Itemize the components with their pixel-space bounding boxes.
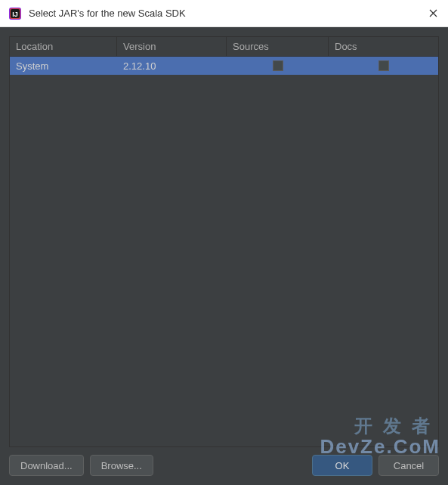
sources-checkbox[interactable] — [273, 60, 283, 71]
table-header: Location Version Sources Docs — [10, 37, 438, 57]
header-sources[interactable]: Sources — [227, 37, 329, 56]
button-bar: Download... Browse... OK Cancel — [9, 447, 439, 476]
cell-version: 2.12.10 — [117, 57, 227, 75]
cell-docs — [329, 57, 438, 75]
header-version[interactable]: Version — [117, 37, 227, 56]
jar-table: Location Version Sources Docs System 2.1… — [9, 36, 439, 447]
svg-text:IJ: IJ — [12, 11, 18, 18]
browse-button[interactable]: Browse... — [90, 455, 153, 476]
ok-button[interactable]: OK — [312, 455, 372, 476]
app-icon: IJ — [8, 6, 23, 21]
cell-location: System — [10, 57, 117, 75]
dialog-body: Location Version Sources Docs System 2.1… — [0, 27, 448, 485]
cancel-button[interactable]: Cancel — [378, 455, 439, 476]
docs-checkbox[interactable] — [378, 60, 389, 71]
table-row[interactable]: System 2.12.10 — [10, 57, 438, 75]
window-title: Select JAR's for the new Scala SDK — [29, 8, 418, 19]
header-location[interactable]: Location — [10, 37, 117, 56]
cell-sources — [227, 57, 329, 75]
header-docs[interactable]: Docs — [329, 37, 438, 56]
titlebar: IJ Select JAR's for the new Scala SDK — [0, 0, 448, 27]
download-button[interactable]: Download... — [9, 455, 84, 476]
close-button[interactable] — [418, 0, 448, 27]
